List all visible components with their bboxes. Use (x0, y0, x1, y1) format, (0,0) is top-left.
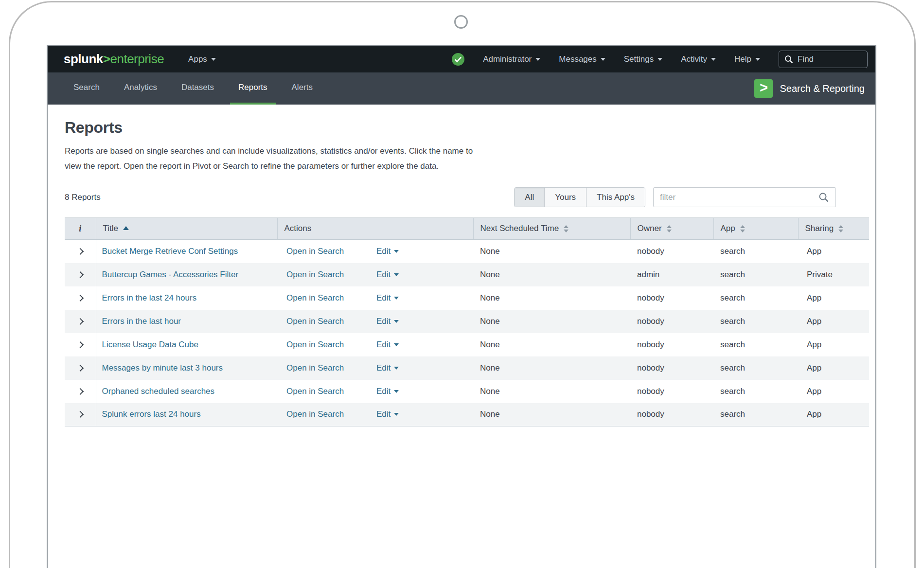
app-cell: search (713, 240, 798, 263)
report-title-link[interactable]: Orphaned scheduled searches (102, 387, 215, 396)
owner-cell: nobody (630, 403, 713, 426)
filter-this-apps-button[interactable]: This App's (586, 188, 645, 207)
edit-dropdown[interactable]: Edit (376, 340, 399, 350)
settings-menu[interactable]: Settings (624, 54, 662, 64)
edit-dropdown[interactable]: Edit (376, 247, 399, 256)
report-title-link[interactable]: Errors in the last 24 hours (102, 293, 197, 302)
report-title-link[interactable]: License Usage Data Cube (102, 340, 198, 349)
find-input[interactable] (798, 54, 856, 64)
column-owner[interactable]: Owner (630, 218, 713, 240)
sharing-cell: App (798, 310, 869, 333)
next-scheduled-time-cell: None (473, 403, 630, 426)
tab-reports[interactable]: Reports (230, 72, 276, 105)
column-next-scheduled-time[interactable]: Next Scheduled Time (473, 218, 630, 240)
search-icon (784, 55, 793, 64)
report-title-link[interactable]: Messages by minute last 3 hours (102, 363, 223, 373)
column-app[interactable]: App (713, 218, 798, 240)
app-cell: search (713, 403, 798, 426)
chevron-down-icon (755, 58, 760, 61)
edit-dropdown[interactable]: Edit (376, 409, 399, 419)
help-menu[interactable]: Help (734, 54, 760, 64)
edit-dropdown[interactable]: Edit (376, 270, 399, 280)
filter-yours-button[interactable]: Yours (545, 188, 586, 207)
open-in-search-link[interactable]: Open in Search (286, 247, 344, 256)
row-expand-chevron-icon[interactable] (77, 318, 84, 324)
sort-ascending-icon (123, 226, 129, 230)
tab-analytics[interactable]: Analytics (116, 72, 165, 105)
apps-menu-label: Apps (188, 54, 207, 64)
main-content: Reports Reports are based on single sear… (48, 105, 875, 426)
messages-menu-label: Messages (559, 54, 596, 64)
settings-menu-label: Settings (624, 54, 654, 64)
row-expand-chevron-icon[interactable] (77, 364, 84, 371)
activity-menu[interactable]: Activity (681, 54, 716, 64)
current-app[interactable]: > Search & Reporting (754, 72, 865, 105)
tab-datasets[interactable]: Datasets (173, 72, 222, 105)
messages-menu[interactable]: Messages (559, 54, 605, 64)
next-scheduled-time-cell: None (473, 310, 630, 333)
column-actions: Actions (277, 218, 473, 240)
activity-menu-label: Activity (681, 54, 707, 64)
row-expand-chevron-icon[interactable] (77, 341, 84, 348)
next-scheduled-time-cell: None (473, 356, 630, 380)
chevron-down-icon (211, 58, 216, 61)
open-in-search-link[interactable]: Open in Search (286, 270, 344, 279)
app-cell: search (713, 380, 798, 403)
top-navbar: splunk>enterprise Apps Administrator Mes… (48, 46, 875, 72)
row-expand-chevron-icon[interactable] (77, 411, 84, 418)
chevron-down-icon (394, 297, 399, 300)
splunk-window: splunk>enterprise Apps Administrator Mes… (47, 45, 876, 568)
page-description: Reports are based on single searches and… (65, 143, 875, 174)
report-title-link[interactable]: Splunk errors last 24 hours (102, 409, 201, 419)
edit-dropdown[interactable]: Edit (376, 387, 399, 396)
edit-dropdown[interactable]: Edit (376, 317, 399, 326)
filter-search-box[interactable] (653, 187, 836, 207)
splunk-logo: splunk>enterprise (64, 52, 164, 67)
sharing-cell: App (798, 380, 869, 403)
chevron-down-icon (535, 58, 540, 61)
filter-input[interactable] (660, 193, 818, 202)
column-title[interactable]: Title (96, 218, 277, 240)
administrator-menu[interactable]: Administrator (483, 54, 540, 64)
tab-alerts[interactable]: Alerts (284, 72, 321, 105)
edit-label: Edit (376, 293, 391, 303)
open-in-search-link[interactable]: Open in Search (286, 293, 344, 302)
sharing-cell: App (798, 356, 869, 380)
apps-menu[interactable]: Apps (188, 54, 216, 64)
sort-both-icon (564, 225, 569, 232)
chevron-down-icon (601, 58, 605, 61)
chevron-down-icon (394, 367, 399, 370)
chevron-down-icon (657, 58, 662, 61)
row-expand-chevron-icon[interactable] (77, 271, 84, 278)
reports-count: 8 Reports (65, 193, 101, 202)
owner-cell: nobody (630, 333, 713, 356)
row-expand-chevron-icon[interactable] (77, 248, 84, 255)
edit-dropdown[interactable]: Edit (376, 363, 399, 373)
column-app-label: App (721, 224, 735, 233)
open-in-search-link[interactable]: Open in Search (286, 387, 344, 396)
edit-label: Edit (376, 409, 391, 419)
current-app-name: Search & Reporting (780, 83, 865, 94)
open-in-search-link[interactable]: Open in Search (286, 317, 344, 326)
row-expand-chevron-icon[interactable] (77, 294, 84, 301)
chevron-down-icon (394, 413, 399, 416)
next-scheduled-time-cell: None (473, 263, 630, 286)
report-title-link[interactable]: Errors in the last hour (102, 317, 181, 326)
table-row: Splunk errors last 24 hours Open in Sear… (65, 403, 869, 426)
status-check-icon[interactable] (452, 53, 464, 66)
app-navbar: Search Analytics Datasets Reports Alerts… (48, 72, 875, 105)
report-title-link[interactable]: Bucket Merge Retrieve Conf Settings (102, 247, 238, 256)
chevron-down-icon (394, 343, 399, 346)
tab-search[interactable]: Search (65, 72, 108, 105)
edit-dropdown[interactable]: Edit (376, 293, 399, 303)
open-in-search-link[interactable]: Open in Search (286, 340, 344, 349)
find-search-box[interactable] (779, 51, 868, 68)
logo-arrow-glyph: > (103, 52, 110, 66)
open-in-search-link[interactable]: Open in Search (286, 409, 344, 419)
filter-all-button[interactable]: All (515, 188, 545, 207)
open-in-search-link[interactable]: Open in Search (286, 363, 344, 373)
list-controls: 8 Reports All Yours This App's (65, 187, 869, 207)
column-sharing[interactable]: Sharing (798, 218, 869, 240)
row-expand-chevron-icon[interactable] (77, 388, 84, 394)
report-title-link[interactable]: Buttercup Games - Accessories Filter (102, 270, 239, 279)
